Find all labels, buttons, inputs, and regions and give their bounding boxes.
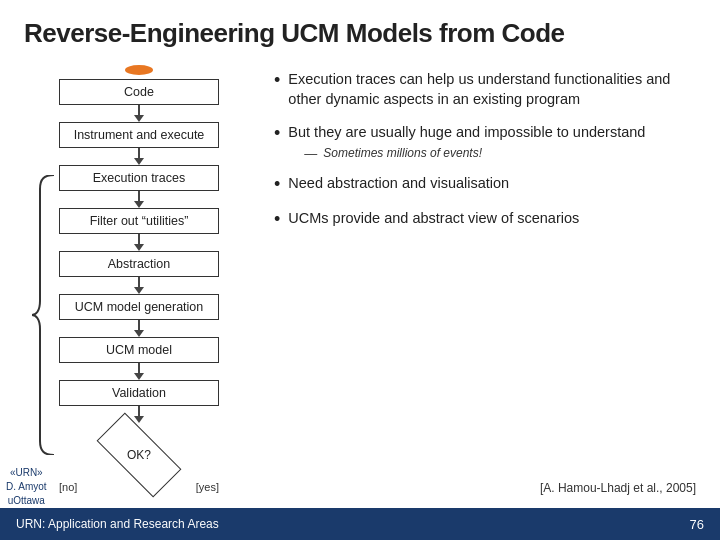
flow-box-filter: Filter out “utilities”: [59, 208, 219, 234]
flow-box-code: Code: [59, 79, 219, 105]
flow-box-ucmmodel: UCM model: [59, 337, 219, 363]
bullet-2: • But they are usually huge and impossib…: [274, 122, 696, 161]
bullet-2-text: But they are usually huge and impossible…: [288, 124, 645, 140]
bottom-left-label: «URN» D. Amyot uOttawa: [6, 466, 47, 508]
bottom-bar: URN: Application and Research Areas 76: [0, 508, 720, 540]
sub-bullet-2: — Sometimes millions of events!: [304, 146, 645, 161]
arrow-6: [134, 320, 144, 337]
bullet-4: • UCMs provide and abstract view of scen…: [274, 208, 696, 231]
flow-box-execution: Execution traces: [59, 165, 219, 191]
arrow-7: [134, 363, 144, 380]
flow-box-abstraction: Abstraction: [59, 251, 219, 277]
flow-box-ucmgen: UCM model generation: [59, 294, 219, 320]
flow-diamond-ok: OK? [no] [yes]: [39, 425, 239, 493]
bottom-bar-right: 76: [690, 517, 704, 532]
bullet-2-dot: •: [274, 122, 280, 145]
bullet-1-dot: •: [274, 69, 280, 92]
sub-bullet-2-text: Sometimes millions of events!: [323, 146, 482, 160]
university-label: uOttawa: [6, 494, 47, 508]
left-panel: Code Instrument and execute Execution tr…: [24, 65, 254, 495]
bullet-4-dot: •: [274, 208, 280, 231]
bullet-1: • Execution traces can help us understan…: [274, 69, 696, 110]
flow-box-validation: Validation: [59, 380, 219, 406]
yes-label: [no]: [59, 481, 77, 493]
no-label: [yes]: [196, 481, 219, 493]
arrow-1: [134, 105, 144, 122]
bottom-bar-left: URN: Application and Research Areas: [16, 517, 219, 531]
slide-title: Reverse-Engineering UCM Models from Code: [24, 18, 696, 49]
arrow-8: [134, 406, 144, 423]
orange-circle-icon: [125, 65, 153, 75]
arrow-5: [134, 277, 144, 294]
bullet-4-text: UCMs provide and abstract view of scenar…: [288, 208, 579, 228]
arrow-2: [134, 148, 144, 165]
curly-brace-icon: [32, 175, 60, 455]
bullet-3-text: Need abstraction and visualisation: [288, 173, 509, 193]
bullet-3: • Need abstraction and visualisation: [274, 173, 696, 196]
content-area: Code Instrument and execute Execution tr…: [24, 65, 696, 495]
reference-text: [A. Hamou-Lhadj et al., 2005]: [274, 481, 696, 495]
urn-label: «URN»: [6, 466, 47, 480]
bullet-3-dot: •: [274, 173, 280, 196]
arrow-3: [134, 191, 144, 208]
right-panel: • Execution traces can help us understan…: [264, 65, 696, 495]
bullet-1-text: Execution traces can help us understand …: [288, 69, 696, 110]
flow-box-instrument: Instrument and execute: [59, 122, 219, 148]
author-label: D. Amyot: [6, 480, 47, 494]
sub-dash: —: [304, 146, 317, 161]
slide: Reverse-Engineering UCM Models from Code…: [0, 0, 720, 540]
flowchart: Code Instrument and execute Execution tr…: [39, 79, 239, 495]
arrow-4: [134, 234, 144, 251]
